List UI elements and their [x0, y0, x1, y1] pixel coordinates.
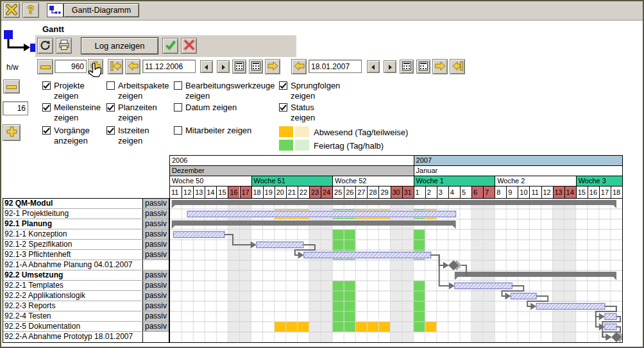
- task-bar[interactable]: [605, 324, 616, 330]
- day-cell: 8: [495, 186, 506, 198]
- goto-start-button[interactable]: [108, 59, 123, 74]
- date-to-next-day-button[interactable]: [384, 60, 396, 73]
- task-name[interactable]: 92.1 Planung: [3, 219, 143, 229]
- task-bar[interactable]: [173, 232, 225, 238]
- task-name[interactable]: 92.1-2 Spezifikation: [3, 240, 143, 249]
- checkbox-mitarbeiter[interactable]: Mitarbeiter zeigen: [174, 126, 251, 136]
- checkbox-box[interactable]: [174, 103, 182, 112]
- width-input[interactable]: [55, 60, 87, 73]
- checkbox-bearbeitungswerkzeuge[interactable]: Bearbeitungswerkzeugezeigen: [174, 81, 275, 101]
- summary-notch: [455, 276, 459, 280]
- checkbox-box[interactable]: [42, 126, 51, 135]
- summary-bar[interactable]: [172, 200, 616, 205]
- task-bar[interactable]: [187, 211, 455, 217]
- task-name[interactable]: 92.1-1 Konzeption: [3, 229, 143, 239]
- checkbox-vorgaenge[interactable]: Vorgängeanzeigen: [42, 126, 90, 146]
- task-name[interactable]: 92.2-4 Testen: [3, 311, 143, 321]
- close-button[interactable]: [3, 3, 20, 18]
- date-from-input[interactable]: [142, 60, 196, 73]
- checkbox-status[interactable]: Statuszeigen: [279, 103, 315, 123]
- task-name[interactable]: 92.1-A Abnahme Planung 04.01.2007: [3, 260, 143, 270]
- task-name[interactable]: 92.2-2 Applikationslogik: [3, 291, 143, 301]
- goto-end-button[interactable]: [450, 59, 465, 74]
- task-bar[interactable]: [511, 294, 537, 299]
- checkbox-box[interactable]: [106, 103, 115, 112]
- show-log-button[interactable]: Log anzeigen: [81, 37, 158, 54]
- week-cell: Woche 52: [332, 176, 414, 186]
- task-name[interactable]: 92 QM-Modul: [3, 199, 143, 208]
- task-name[interactable]: 92.1-3 Pflichtenheft: [3, 250, 143, 260]
- day-cell: 22: [298, 186, 309, 198]
- checkbox-label: Mitarbeiter zeigen: [185, 126, 251, 136]
- checkbox-box[interactable]: [42, 81, 51, 90]
- checkbox-sprungfolgen[interactable]: Sprungfolgenzeigen: [279, 81, 340, 101]
- date-from-next-day-button[interactable]: [217, 60, 230, 73]
- task-name[interactable]: 92.2-A Abnahme Prototyp 18.01.2007: [3, 332, 143, 342]
- day-cell: 11: [170, 186, 182, 198]
- minus-icon: [40, 62, 51, 72]
- print-button[interactable]: [56, 38, 72, 54]
- table-row: 92 QM-Modulpassiv: [3, 199, 169, 209]
- holiday-cell: [414, 281, 425, 291]
- checkbox-box[interactable]: [174, 126, 182, 135]
- refresh-icon: [40, 40, 51, 53]
- width-decrease-button[interactable]: [37, 59, 53, 74]
- checkbox-box[interactable]: [174, 81, 182, 90]
- date-to-calendar-button[interactable]: [400, 60, 414, 74]
- task-bar[interactable]: [257, 242, 303, 248]
- table-row: 92.1-1 Konzeptionpassiv: [3, 229, 169, 240]
- checkbox-istzeiten[interactable]: Istzeitenzeigen: [106, 126, 149, 146]
- cancel-button[interactable]: [181, 38, 197, 54]
- task-name[interactable]: 92-1 Projektleitung: [3, 209, 143, 219]
- checkbox-datum[interactable]: Datum zeigen: [174, 103, 237, 113]
- date-to-forward-button[interactable]: [432, 59, 448, 74]
- day-cell: 15: [576, 186, 588, 198]
- date-from-forward-button[interactable]: [265, 59, 280, 74]
- width-increase-button[interactable]: [88, 59, 103, 74]
- checkbox-planzeiten[interactable]: Planzeitenzeigen: [106, 103, 157, 123]
- checkbox-projekte[interactable]: Projektezeigen: [42, 81, 85, 101]
- checkbox-box[interactable]: [279, 103, 287, 112]
- checkbox-box[interactable]: [279, 81, 287, 90]
- day-cell: 9: [506, 186, 518, 198]
- checkbox-label: Arbeitspaketezeigen: [118, 81, 169, 101]
- date-to-calendar2-button[interactable]: [416, 60, 430, 74]
- day-cell: 27: [355, 186, 367, 198]
- date-from-calendar-button[interactable]: [232, 60, 246, 74]
- prev-period-button[interactable]: [125, 59, 140, 74]
- summary-bar[interactable]: [455, 272, 616, 277]
- date-from-prev-day-button[interactable]: [200, 60, 213, 73]
- task-bar[interactable]: [536, 304, 605, 310]
- date-to-back-button[interactable]: [291, 59, 307, 74]
- table-row: 92.2-3 Reportspassiv: [3, 301, 169, 311]
- day-cell: 14: [564, 186, 576, 198]
- date-to-input[interactable]: [309, 60, 362, 73]
- checkbox-meilensteine[interactable]: Meilensteinezeigen: [42, 103, 101, 123]
- checkbox-arbeitspakete[interactable]: Arbeitspaketezeigen: [106, 81, 169, 101]
- summary-bar[interactable]: [172, 220, 456, 226]
- task-name[interactable]: 92.2-1 Templates: [3, 281, 143, 290]
- refresh-button[interactable]: [37, 38, 53, 54]
- task-bar[interactable]: [455, 283, 513, 289]
- small-right-triangle-icon: [387, 62, 393, 72]
- checkbox-box[interactable]: [42, 103, 51, 112]
- tab-gantt-diagramm[interactable]: Gantt-Diagramm: [64, 3, 139, 17]
- checkbox-box[interactable]: [106, 126, 115, 135]
- ok-button[interactable]: [162, 38, 178, 54]
- week-cell: Woche 3: [576, 176, 622, 186]
- status-badge: passiv: [143, 301, 169, 311]
- task-name[interactable]: 92.2-5 Dokumentation: [3, 322, 143, 331]
- height-decrease-button[interactable]: [3, 79, 20, 94]
- calendar-icon: [235, 62, 244, 72]
- task-name[interactable]: 92.2-3 Reports: [3, 301, 143, 311]
- checkbox-box[interactable]: [106, 81, 115, 90]
- help-button[interactable]: ?: [22, 3, 39, 18]
- date-from-calendar2-button[interactable]: [249, 60, 263, 74]
- task-bar[interactable]: [304, 253, 431, 258]
- check-icon: [165, 39, 176, 53]
- date-to-prev-day-button[interactable]: [367, 60, 380, 73]
- height-input[interactable]: [3, 101, 28, 115]
- task-bar[interactable]: [605, 314, 616, 320]
- task-name[interactable]: 92.2 Umsetzung: [3, 270, 143, 280]
- height-increase-button[interactable]: [3, 124, 21, 141]
